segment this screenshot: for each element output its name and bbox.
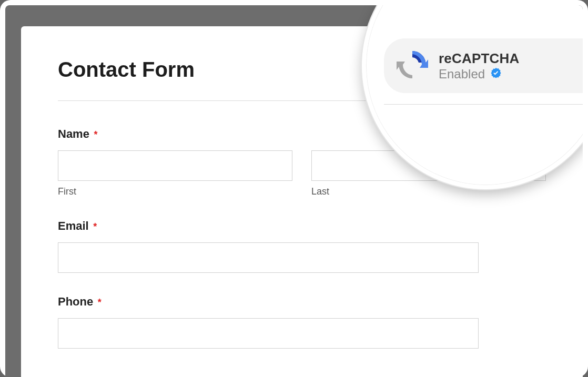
phone-label: Phone	[58, 295, 93, 309]
email-input[interactable]	[58, 242, 479, 273]
phone-field: Phone *	[58, 295, 546, 349]
app-background: Contact Form Name * First Last	[5, 5, 583, 377]
recaptcha-badge[interactable]: reCAPTCHA Enabled	[384, 38, 583, 93]
required-mark: *	[98, 297, 102, 308]
screenshot-frame: Contact Form Name * First Last	[0, 0, 588, 377]
verified-badge-icon	[490, 67, 502, 81]
phone-input[interactable]	[58, 318, 479, 349]
recaptcha-title: reCAPTCHA	[439, 50, 519, 67]
name-label: Name	[58, 127, 89, 141]
recaptcha-status: Enabled	[439, 67, 485, 81]
recaptcha-icon	[396, 48, 429, 84]
email-label: Email	[58, 219, 89, 233]
required-mark: *	[94, 129, 97, 140]
last-name-sublabel: Last	[311, 186, 546, 197]
first-name-sublabel: First	[58, 186, 292, 197]
first-name-input[interactable]	[58, 150, 292, 181]
email-field: Email *	[58, 219, 546, 273]
magnifier-divider	[384, 104, 583, 105]
required-mark: *	[93, 221, 97, 232]
